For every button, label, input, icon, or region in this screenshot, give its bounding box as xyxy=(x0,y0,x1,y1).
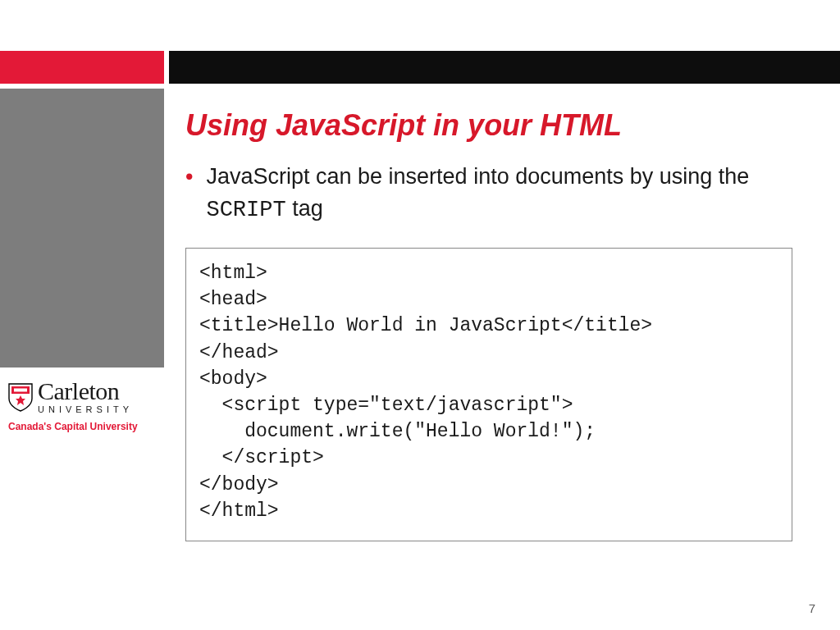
logo-row: Carleton UNIVERSITY xyxy=(8,379,172,414)
page-number: 7 xyxy=(809,601,815,615)
logo-text: Carleton UNIVERSITY xyxy=(38,379,133,414)
bullet-item: • JavaScript can be inserted into docume… xyxy=(185,161,791,226)
logo-name: Carleton xyxy=(38,379,133,404)
bullet-text-before: JavaScript can be inserted into document… xyxy=(206,164,749,189)
bullet-list: • JavaScript can be inserted into docume… xyxy=(185,161,791,226)
bullet-dot-icon: • xyxy=(185,161,193,193)
slide-title: Using JavaScript in your HTML xyxy=(185,108,807,143)
header-stripe xyxy=(0,51,840,84)
code-example: <html> <head> <title>Hello World in Java… xyxy=(185,248,792,541)
shield-icon xyxy=(8,382,33,412)
logo-tagline: Canada's Capital University xyxy=(8,421,172,432)
bullet-code-word: SCRIPT xyxy=(206,198,285,222)
logo-subtitle: UNIVERSITY xyxy=(38,405,133,414)
svg-rect-1 xyxy=(14,388,27,391)
header-stripe-black xyxy=(169,51,840,84)
bullet-text: JavaScript can be inserted into document… xyxy=(206,161,791,226)
header-stripe-red xyxy=(0,51,164,84)
bullet-text-after: tag xyxy=(286,196,323,221)
slide: Carleton UNIVERSITY Canada's Capital Uni… xyxy=(0,0,840,630)
university-logo: Carleton UNIVERSITY Canada's Capital Uni… xyxy=(8,379,172,432)
sidebar-gray-block xyxy=(0,89,164,368)
